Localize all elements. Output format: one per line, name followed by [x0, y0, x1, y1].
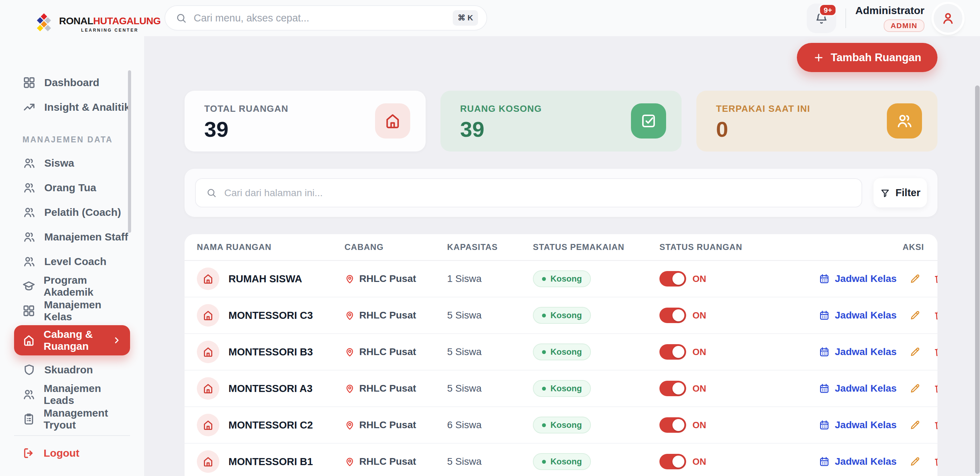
sidebar-item-management-tryout[interactable]: Management Tryout	[14, 407, 130, 431]
home-icon	[375, 103, 410, 139]
stat-card-total-ruangan: TOTAL RUANGAN 39	[185, 91, 426, 151]
page-scrollbar[interactable]	[975, 86, 980, 474]
delete-button[interactable]	[933, 273, 937, 284]
notification-count-badge: 9+	[819, 3, 837, 16]
sidebar-item-label: Management Tryout	[44, 407, 130, 431]
delete-button[interactable]	[933, 346, 937, 358]
sidebar-item-level-coach[interactable]: Level Coach	[14, 249, 130, 274]
users-icon	[887, 103, 922, 139]
status-text: Kosong	[550, 420, 582, 430]
sidebar-item-manajemen-leads[interactable]: Manajemen Leads	[14, 382, 130, 407]
room-status-cell: ON	[659, 454, 819, 469]
room-power-toggle[interactable]	[659, 307, 686, 323]
col-header-cabang: CABANG	[344, 242, 447, 252]
sidebar-item-skuadron[interactable]: Skuadron	[14, 358, 130, 382]
sidebar-section-label: MANAJEMEN DATA	[14, 119, 130, 151]
filter-button[interactable]: Filter	[873, 178, 927, 207]
edit-button[interactable]	[909, 456, 921, 467]
notifications-button[interactable]: 9+	[807, 3, 836, 33]
logout-button[interactable]: Logout	[14, 441, 130, 465]
add-room-label: Tambah Ruangan	[830, 51, 921, 64]
status-text: Kosong	[550, 457, 582, 466]
schedule-link[interactable]: Jadwal Kelas	[819, 310, 897, 321]
edit-button[interactable]	[909, 273, 921, 284]
actions-cell: Jadwal Kelas	[819, 273, 937, 284]
delete-button[interactable]	[933, 419, 937, 431]
graduation-cap-icon	[22, 280, 35, 293]
schedule-label: Jadwal Kelas	[835, 310, 897, 321]
topbar: ⌘ K 9+ Administrator ADMIN	[144, 0, 980, 36]
actions-cell: Jadwal Kelas	[819, 456, 937, 467]
delete-button[interactable]	[933, 383, 937, 394]
dashboard-icon	[22, 76, 36, 89]
sidebar-item-cabang-ruangan[interactable]: Cabang & Ruangan	[14, 325, 130, 355]
add-room-button[interactable]: Tambah Ruangan	[797, 43, 937, 72]
sidebar-item-label: Orang Tua	[44, 182, 96, 194]
sidebar-item-label: Pelatih (Coach)	[44, 206, 121, 218]
edit-button[interactable]	[909, 419, 921, 431]
sidebar-item-dashboard[interactable]: Dashboard	[14, 70, 130, 95]
branch-name: RHLC Pusat	[359, 273, 416, 284]
schedule-label: Jadwal Kelas	[835, 419, 897, 431]
table-search	[195, 178, 862, 207]
schedule-link[interactable]: Jadwal Kelas	[819, 273, 897, 284]
branch-cell: RHLC Pusat	[344, 419, 447, 431]
room-power-toggle[interactable]	[659, 381, 686, 396]
avatar[interactable]	[934, 4, 963, 33]
room-power-toggle[interactable]	[659, 271, 686, 287]
capacity-cell: 5 Siswa	[447, 310, 533, 321]
shield-icon	[22, 363, 36, 376]
clipboard-icon	[22, 413, 35, 425]
room-name-cell: MONTESSORI B1	[197, 451, 344, 473]
status-badge: Kosong	[533, 344, 591, 360]
status-badge: Kosong	[533, 307, 591, 324]
sidebar-item-siswa[interactable]: Siswa	[14, 151, 130, 175]
edit-button[interactable]	[909, 383, 921, 394]
user-name: Administrator	[855, 5, 924, 16]
table-search-input[interactable]	[224, 187, 851, 199]
map-pin-icon	[344, 420, 355, 430]
branch-cell: RHLC Pusat	[344, 456, 447, 467]
room-name-cell: MONTESSORI C3	[197, 304, 344, 326]
room-name-cell: MONTESSORI B3	[197, 341, 344, 363]
edit-button[interactable]	[909, 310, 921, 321]
brand-subtitle: LEARNING CENTER	[59, 28, 161, 32]
status-text: Kosong	[550, 384, 582, 393]
sidebar-scrollbar[interactable]	[128, 70, 131, 233]
map-pin-icon	[344, 456, 355, 467]
delete-button[interactable]	[933, 310, 937, 321]
actions-cell: Jadwal Kelas	[819, 346, 937, 358]
schedule-link[interactable]: Jadwal Kelas	[819, 456, 897, 467]
users-icon	[22, 181, 36, 194]
sidebar-item-orang-tua[interactable]: Orang Tua	[14, 175, 130, 200]
room-status-cell: ON	[659, 417, 819, 433]
sidebar-item-manajemen-kelas[interactable]: Manajemen Kelas	[14, 298, 130, 323]
usage-status-cell: Kosong	[533, 453, 659, 470]
room-status-cell: ON	[659, 344, 819, 360]
room-power-toggle[interactable]	[659, 454, 686, 469]
sidebar-item-pelatih-coach[interactable]: Pelatih (Coach)	[14, 200, 130, 224]
sidebar-item-program-akademik[interactable]: Program Akademik	[14, 274, 130, 298]
edit-button[interactable]	[909, 346, 921, 358]
global-search-input[interactable]	[194, 12, 446, 24]
logout-icon	[22, 447, 35, 460]
toggle-state-label: ON	[692, 456, 706, 467]
schedule-link[interactable]: Jadwal Kelas	[819, 383, 897, 394]
room-power-toggle[interactable]	[659, 417, 686, 433]
room-status-cell: ON	[659, 307, 819, 323]
toggle-state-label: ON	[692, 274, 706, 284]
grid-icon	[22, 304, 35, 317]
sidebar-item-manajemen-staff[interactable]: Manajemen Staff	[14, 224, 130, 249]
calendar-icon	[819, 310, 830, 321]
schedule-link[interactable]: Jadwal Kelas	[819, 419, 897, 431]
status-dot-icon	[542, 460, 546, 464]
calendar-icon	[819, 383, 830, 394]
schedule-link[interactable]: Jadwal Kelas	[819, 346, 897, 358]
delete-button[interactable]	[933, 456, 937, 467]
room-power-toggle[interactable]	[659, 344, 686, 360]
search-shortcut-badge: ⌘ K	[453, 10, 478, 25]
brand-logo: RONALHUTAGALUNG LEARNING CENTER	[33, 13, 161, 35]
table-row: MONTESSORI C2RHLC Pusat6 SiswaKosongONJa…	[185, 407, 937, 444]
sidebar-item-insight-analitik[interactable]: Insight & Analitik	[14, 95, 130, 119]
logout-label: Logout	[44, 447, 80, 459]
